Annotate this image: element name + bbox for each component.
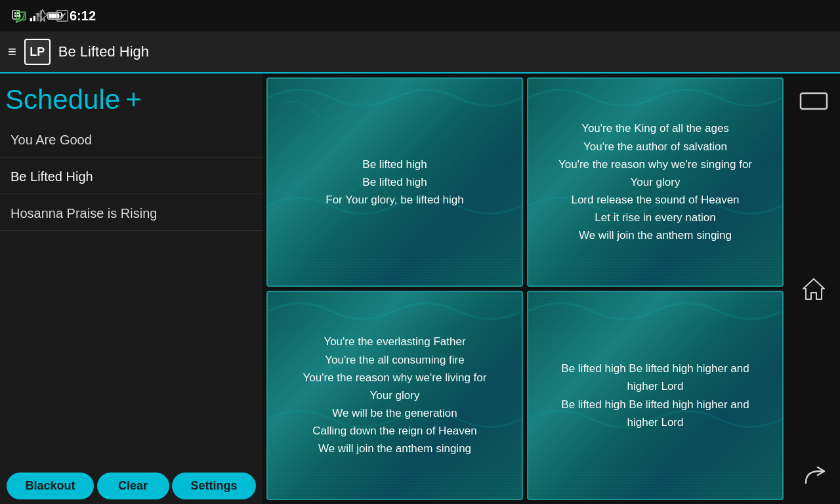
slide-1-text: Be lifted highBe lifted highFor Your glo… [326,156,463,209]
svg-point-1 [16,20,18,23]
sidebar-wrapper: Schedule + You Are Good Be Lifted High H… [0,74,262,504]
slide-2-text: You're the King of all the agesYou're th… [558,119,752,244]
notification-icons [10,9,70,23]
app-title: Be Lifted High [58,43,149,60]
blackout-button[interactable]: Blackout [7,472,93,499]
content-area: Be lifted highBe lifted highFor Your glo… [262,74,788,504]
schedule-title: Schedule [5,84,120,116]
svg-marker-15 [803,279,824,299]
lyric-slide-2[interactable]: You're the King of all the agesYou're th… [527,77,784,287]
landscape-nav-button[interactable] [795,87,832,116]
lyric-slide-3[interactable]: You're the everlasting FatherYou're the … [266,291,523,500]
schedule-item-3[interactable]: Hosanna Praise is Rising [0,194,262,231]
clear-button[interactable]: Clear [97,472,169,499]
slide-4-text: Be lifted high Be lifted high higher and… [561,360,749,431]
pin-icon [35,9,50,23]
schedule-item-1[interactable]: You Are Good [0,121,262,158]
lyric-slide-4[interactable]: Be lifted high Be lifted high higher and… [527,291,784,500]
settings-button[interactable]: Settings [172,472,255,499]
home-icon [801,276,827,302]
hamburger-menu[interactable]: ≡ [8,43,16,60]
sidebar-content: Schedule + You Are Good Be Lifted High H… [0,74,262,504]
app-logo: LP [24,39,51,65]
bottom-toolbar: Blackout Clear Settings [0,467,262,504]
schedule-header: Schedule + [0,74,262,121]
schedule-item-2[interactable]: Be Lifted High [0,158,262,194]
slide-3-text: You're the everlasting FatherYou're the … [303,333,487,457]
add-schedule-button[interactable]: + [125,86,142,114]
home-nav-button[interactable] [795,274,832,303]
app-bar: ≡ LP Be Lifted High [0,32,840,74]
nav-rail [788,74,840,504]
status-time: 6:12 [70,9,96,24]
status-bar: 6:12 [0,0,840,32]
landscape-icon [798,89,830,113]
main-layout: Schedule + You Are Good Be Lifted High H… [0,74,840,504]
cast-icon [16,9,30,23]
lyric-slide-1[interactable]: Be lifted highBe lifted highFor Your glo… [266,77,523,287]
back-nav-button[interactable] [795,462,832,491]
svg-rect-14 [801,93,827,109]
back-icon [801,465,827,488]
check-icon [55,9,70,23]
schedule-items: You Are Good Be Lifted High Hosanna Prai… [0,121,262,231]
